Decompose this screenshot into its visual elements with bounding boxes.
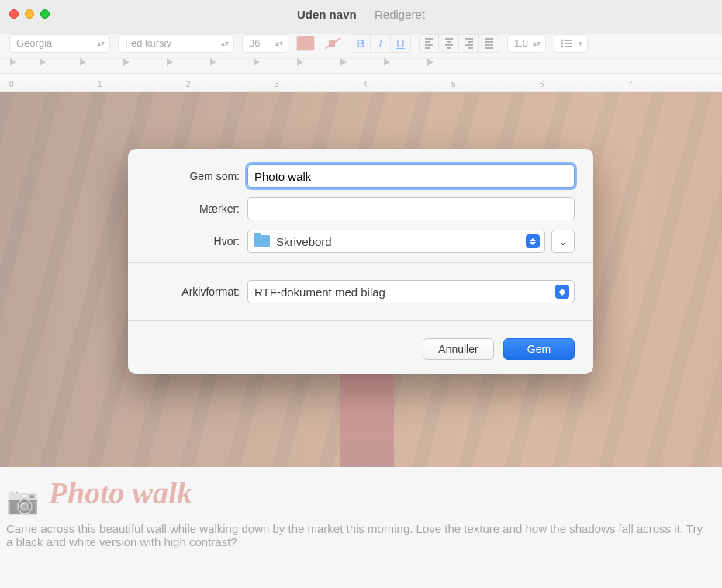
tags-row: Mærker:: [147, 197, 575, 220]
save-button[interactable]: Gem: [503, 338, 575, 360]
divider: [128, 320, 593, 321]
save-dialog: Gem som: Mærker: Hvor: Skrivebord: [128, 149, 593, 374]
tags-input[interactable]: [247, 197, 575, 220]
window-title: Uden navn — Redigeret: [0, 8, 722, 21]
divider: [128, 262, 593, 263]
save-as-input[interactable]: [247, 164, 575, 188]
minimize-window-button[interactable]: [25, 9, 34, 19]
window-edited-text: Redigeret: [375, 8, 425, 21]
where-popup[interactable]: Skrivebord: [247, 230, 545, 253]
expand-panel-button[interactable]: ⌄: [551, 230, 575, 253]
cancel-button[interactable]: Annuller: [423, 338, 494, 360]
updown-chevron-icon: [555, 285, 569, 299]
save-as-label: Gem som:: [147, 170, 247, 182]
where-row: Hvor: Skrivebord ⌄: [147, 230, 575, 253]
close-window-button[interactable]: [9, 9, 19, 19]
save-as-row: Gem som:: [147, 164, 575, 188]
format-label: Arkivformat:: [147, 285, 247, 298]
window-title-text: Uden navn: [297, 8, 357, 21]
updown-chevron-icon: [526, 234, 540, 248]
format-row: Arkivformat: RTF-dokument med bilag: [128, 269, 593, 314]
file-format-popup[interactable]: RTF-dokument med bilag: [247, 280, 575, 303]
titlebar: Uden navn — Redigeret: [0, 0, 722, 28]
textedit-window: Uden navn — Redigeret Georgia ▴▾ Fed kur…: [0, 0, 722, 588]
format-value: RTF-dokument med bilag: [254, 285, 385, 299]
where-label: Hvor:: [147, 235, 247, 247]
maximize-window-button[interactable]: [40, 9, 50, 19]
traffic-lights: [9, 9, 50, 19]
dialog-buttons: Annuller Gem: [128, 327, 593, 374]
folder-icon: [254, 235, 270, 247]
chevron-down-icon: ⌄: [558, 235, 568, 247]
tags-label: Mærker:: [147, 202, 247, 215]
where-value: Skrivebord: [276, 235, 332, 248]
